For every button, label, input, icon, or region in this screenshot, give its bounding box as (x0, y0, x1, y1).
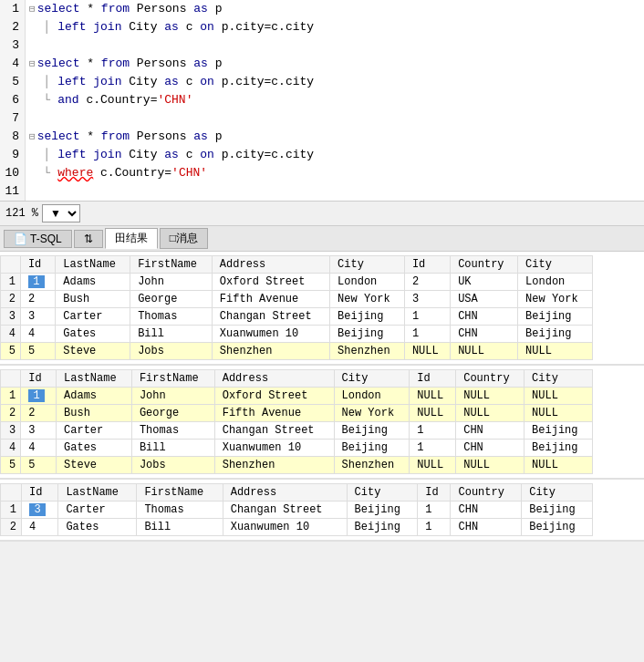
table-row: 5 5SteveJobsShenzhenShenzhen NULLNULLNUL… (1, 343, 593, 360)
result-table-2: Id LastName FirstName Address City Id Co… (0, 366, 644, 480)
arrows-button[interactable]: ⇅ (74, 230, 103, 248)
col-city-3: City (347, 484, 418, 502)
code-line-2: 2 │ left join City as c on p.city=c.city (0, 18, 644, 36)
result-table-1: Id LastName FirstName Address City Id Co… (0, 252, 644, 366)
code-line-3: 3 (0, 36, 644, 55)
table-row: 4 4GatesBillXuanwumen 10Beijing 1CHNBeij… (1, 440, 593, 457)
table-row: 2 4GatesBillXuanwumen 10Beijing 1CHNBeij… (1, 519, 593, 536)
col-city2-1: City (518, 256, 593, 274)
col-firstname-2: FirstName (131, 370, 214, 388)
result-table-3: Id LastName FirstName Address City Id Co… (0, 480, 644, 542)
col-country-2: Country (456, 370, 525, 388)
table-row: 5 5SteveJobsShenzhenShenzhen NULLNULLNUL… (1, 457, 593, 474)
zoom-bar: 121 % ▼ (0, 202, 644, 226)
tsql-button[interactable]: 📄 T-SQL (4, 230, 72, 248)
col-id2-3: Id (418, 484, 451, 502)
code-editor[interactable]: 1 ⊟select * from Persons as p 2 │ left j… (0, 0, 644, 202)
col-id-3: Id (22, 484, 58, 502)
results-area: Id LastName FirstName Address City Id Co… (0, 252, 644, 542)
code-line-10: 10 └ where c.Country='CHN' (0, 164, 644, 182)
code-line-7: 7 (0, 109, 644, 128)
code-line-8: 8 ⊟select * from Persons as p (0, 128, 644, 146)
code-line-6: 6 └ and c.Country='CHN' (0, 91, 644, 109)
table-row: 2 2BushGeorgeFifth AvenueNew York 3USANe… (1, 291, 593, 308)
col-rownum (1, 256, 21, 274)
col-id2-2: Id (410, 370, 456, 388)
messages-button[interactable]: □消息 (160, 228, 208, 249)
table-row: 1 3 CarterThomasChangan StreetBeijing 1C… (1, 502, 593, 519)
code-line-1: 1 ⊟select * from Persons as p (0, 0, 644, 18)
col-city-1: City (330, 256, 405, 274)
col-city-2: City (334, 370, 410, 388)
table-row: 3 3CarterThomasChangan StreetBeijing 1CH… (1, 422, 593, 440)
table-row: 2 2BushGeorgeFifth AvenueNew York NULLNU… (1, 405, 593, 422)
col-lastname-3: LastName (58, 484, 137, 502)
zoom-dropdown[interactable]: ▼ (42, 204, 80, 222)
code-line-9: 9 │ left join City as c on p.city=c.city (0, 146, 644, 164)
results-button[interactable]: 田结果 (105, 228, 158, 249)
col-city2-2: City (525, 370, 593, 388)
table-row: 1 1 AdamsJohnOxford StreetLondon 2UKLond… (1, 274, 593, 291)
col-city2-3: City (522, 484, 593, 502)
col-rownum-2 (1, 370, 21, 388)
col-firstname-1: FirstName (130, 256, 213, 274)
col-id-2: Id (21, 370, 57, 388)
col-id-1: Id (20, 256, 55, 274)
col-lastname-1: LastName (56, 256, 130, 274)
code-line-4: 4 ⊟select * from Persons as p (0, 55, 644, 73)
document-icon: 📄 (14, 233, 27, 245)
table-row: 4 4GatesBillXuanwumen 10Beijing 1CHNBeij… (1, 326, 593, 343)
col-lastname-2: LastName (57, 370, 132, 388)
zoom-level: 121 % (5, 207, 38, 220)
code-line-11: 11 (0, 182, 644, 201)
col-country-1: Country (451, 256, 518, 274)
table-row: 3 3CarterThomasChangan StreetBeijing 1CH… (1, 308, 593, 326)
col-rownum-3 (1, 484, 22, 502)
col-address-3: Address (223, 484, 347, 502)
toolbar: 📄 T-SQL ⇅ 田结果 □消息 (0, 226, 644, 252)
col-id2-1: Id (404, 256, 450, 274)
col-firstname-3: FirstName (137, 484, 223, 502)
col-address-1: Address (212, 256, 329, 274)
col-country-3: Country (451, 484, 522, 502)
code-line-5: 5 │ left join City as c on p.city=c.city (0, 73, 644, 91)
table-row: 1 1 AdamsJohnOxford StreetLondon NULLNUL… (1, 388, 593, 405)
col-address-2: Address (214, 370, 334, 388)
